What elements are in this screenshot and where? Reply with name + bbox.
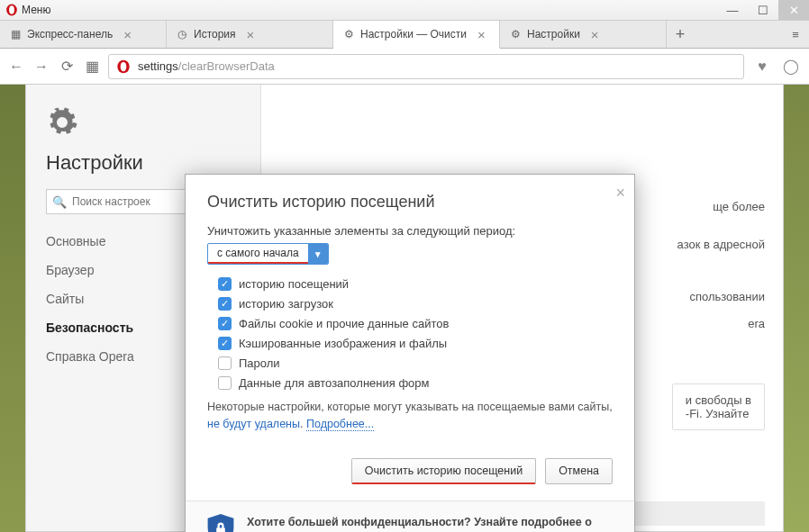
chevron-down-icon: ▼ [308, 244, 328, 264]
tab-settings-clear[interactable]: ⚙ Настройки — Очисти × [333, 21, 500, 49]
tab-history[interactable]: ◷ История × [167, 21, 333, 48]
url-text: settings/clearBrowserData [138, 59, 736, 73]
content-area: Настройки 🔍 Основные Браузер Сайты Безоп… [0, 85, 809, 532]
tab-close-icon[interactable]: × [123, 28, 132, 41]
window-controls: — ☐ ✕ [717, 0, 809, 20]
back-button[interactable]: ← [7, 59, 25, 75]
note-link-not-deleted[interactable]: не будут удалены [207, 418, 300, 430]
note-text: Некоторые настройки, которые могут указы… [207, 401, 613, 413]
profile-button[interactable]: ◯ [780, 58, 802, 75]
time-range-select[interactable]: с самого начала ▼ [207, 243, 329, 265]
checkbox-passwords[interactable]: Пароли [218, 356, 613, 370]
time-range-label: Уничтожить указанные элементы за следующ… [207, 224, 613, 238]
learn-more-link[interactable]: Подробнее... [306, 418, 374, 431]
menu-label[interactable]: Меню [22, 4, 50, 16]
gear-icon: ⚙ [509, 28, 522, 41]
vpn-promo: Хотите большей конфиденциальности? Узнай… [186, 500, 634, 533]
checkbox-cookies[interactable]: ✓Файлы cookie и прочие данные сайтов [218, 317, 613, 330]
checkbox-label: историю загрузок [239, 297, 333, 311]
checkbox-list: ✓историю посещений ✓историю загрузок ✓Фа… [218, 277, 613, 390]
window-titlebar: Меню — ☐ ✕ [0, 0, 809, 21]
dialog-close-button[interactable]: × [615, 184, 625, 203]
speed-dial-button[interactable]: ▦ [83, 58, 101, 75]
address-field[interactable]: settings/clearBrowserData [108, 54, 744, 79]
tab-menu-button[interactable]: ≡ [782, 21, 809, 48]
select-value: с самого начала [208, 244, 308, 264]
dialog-body: Уничтожить указанные элементы за следующ… [186, 224, 634, 446]
svg-point-1 [9, 5, 14, 14]
checkbox-label: Кэшированные изображения и файлы [239, 337, 447, 350]
maximize-button[interactable]: ☐ [748, 0, 778, 20]
tab-label: Экспресс-панель [27, 28, 113, 41]
checkbox-cached-images[interactable]: ✓Кэшированные изображения и файлы [218, 337, 613, 350]
checkbox-icon: ✓ [218, 297, 232, 311]
checkbox-label: Файлы cookie и прочие данные сайтов [239, 317, 449, 330]
vpn-question: Хотите большей конфиденциальности? Узнай… [247, 516, 592, 528]
clear-data-button[interactable]: Очистить историю посещений [351, 458, 536, 484]
note-text: . [300, 418, 306, 430]
opera-logo-icon [116, 59, 131, 74]
grid-icon: ▦ [9, 28, 22, 41]
checkbox-icon [218, 376, 232, 390]
vpn-text: Хотите большей конфиденциальности? Узнай… [247, 514, 613, 533]
checkbox-label: Пароли [239, 356, 280, 370]
clock-icon: ◷ [176, 28, 188, 41]
svg-point-3 [121, 61, 127, 71]
shield-icon [207, 514, 234, 533]
cancel-button[interactable]: Отмена [545, 458, 613, 484]
checkbox-icon [218, 356, 232, 370]
checkbox-icon: ✓ [218, 337, 232, 350]
tab-settings[interactable]: ⚙ Настройки × [500, 21, 667, 48]
checkbox-icon: ✓ [218, 317, 232, 330]
dialog-title: Очистить историю посещений [186, 175, 634, 224]
tab-label: История [194, 28, 236, 41]
tab-label: Настройки — Очисти [360, 28, 467, 41]
forward-button[interactable]: → [32, 59, 50, 75]
checkbox-autofill[interactable]: Данные для автозаполнения форм [218, 376, 613, 390]
tab-close-icon[interactable]: × [477, 28, 486, 41]
checkbox-label: историю посещений [239, 277, 349, 291]
dialog-buttons: Очистить историю посещений Отмена [186, 446, 634, 500]
opera-logo-icon [5, 4, 18, 16]
modal-overlay: × Очистить историю посещений Уничтожить … [0, 85, 809, 532]
close-button[interactable]: ✕ [778, 0, 809, 20]
new-tab-button[interactable]: + [667, 21, 694, 48]
bookmark-heart-button[interactable]: ♥ [751, 59, 773, 75]
checkbox-icon: ✓ [218, 277, 232, 291]
gear-icon: ⚙ [342, 28, 355, 41]
checkbox-label: Данные для автозаполнения форм [239, 376, 430, 390]
checkbox-browsing-history[interactable]: ✓историю посещений [218, 277, 613, 291]
tab-speed-dial[interactable]: ▦ Экспресс-панель × [0, 21, 167, 48]
clear-browsing-data-dialog: × Очистить историю посещений Уничтожить … [185, 174, 635, 532]
dialog-note: Некоторые настройки, которые могут указы… [207, 399, 613, 433]
tab-label: Настройки [527, 28, 580, 41]
minimize-button[interactable]: — [717, 0, 748, 20]
checkbox-download-history[interactable]: ✓историю загрузок [218, 297, 613, 311]
reload-button[interactable]: ⟳ [58, 58, 76, 75]
tab-close-icon[interactable]: × [247, 28, 255, 41]
tab-close-icon[interactable]: × [591, 28, 599, 41]
toolbar: ← → ⟳ ▦ settings/clearBrowserData ♥ ◯ [0, 49, 809, 85]
tab-strip: ▦ Экспресс-панель × ◷ История × ⚙ Настро… [0, 21, 809, 49]
